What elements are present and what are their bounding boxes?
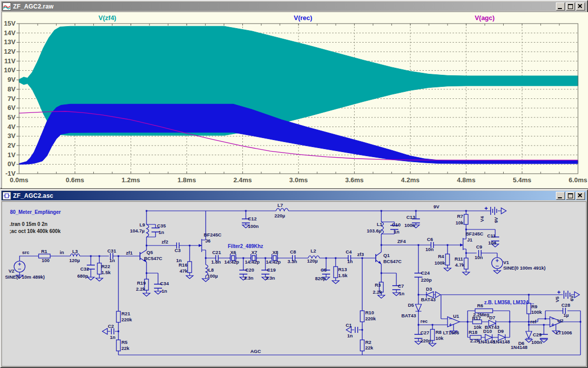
component-label: D7: [489, 315, 495, 320]
component-label: 100: [42, 258, 50, 263]
waveform-titlebar[interactable]: ZF_AGC2.raw: [2, 2, 586, 11]
component-label: R19: [137, 280, 145, 286]
x-tick-label: 4.2ms: [401, 176, 419, 184]
component-label: 9V: [493, 217, 499, 223]
y-tick-label: 11V: [5, 57, 16, 65]
component-label: BAT43: [401, 313, 416, 318]
component-label: 220p: [420, 338, 431, 343]
annotation: Filter2_489Khz: [228, 243, 263, 249]
maximize-button[interactable]: [566, 192, 575, 200]
component-label: R5: [121, 339, 128, 345]
component-label: C1: [346, 322, 352, 328]
component-label: 220k: [121, 317, 132, 322]
arrowheads: [143, 243, 463, 264]
component-label: R8: [435, 329, 442, 335]
component-label: BC547C: [383, 259, 402, 264]
y-tick-label: 9V: [8, 76, 16, 83]
waveform-window: ZF_AGC2.raw 15V14V13V12V11V10V9V8V7V6V5V…: [0, 0, 588, 189]
x-tick-label: 4.8ms: [457, 176, 476, 184]
maximize-button[interactable]: [566, 3, 575, 11]
wires: [20, 211, 580, 355]
component-label: 14.42p: [266, 259, 281, 265]
component-label: src: [22, 250, 29, 255]
component-label: C13: [406, 214, 415, 220]
trace-label[interactable]: V(agc): [475, 14, 495, 22]
schematic-labels: V2SINE(0 10m 489k)R1100L3120µC32680pR221…: [5, 202, 574, 354]
inductor-coils: [70, 208, 384, 276]
component-label: 120µ: [307, 258, 318, 264]
component-label: C21: [212, 250, 221, 255]
component-label: BF245C: [204, 232, 222, 237]
component-label: in: [60, 250, 64, 255]
schematic-svg[interactable]: V2SINE(0 10m 489k)R1100L3120µC32680pR221…: [2, 202, 588, 367]
component-label: 1n: [159, 229, 164, 235]
y-tick-label: 0V: [8, 160, 16, 168]
schematic-canvas[interactable]: V2SINE(0 10m 489k)R1100L3120µC32680pR221…: [2, 201, 586, 366]
component-label: C32: [80, 266, 89, 272]
component-label: 10k: [435, 335, 444, 341]
component-label: C12: [248, 216, 256, 221]
component-label: Q5: [146, 250, 153, 255]
component-label: 3.3n: [265, 275, 275, 281]
y-tick-label: 1V: [8, 151, 16, 159]
component-label: R18: [469, 329, 477, 335]
minimize-button[interactable]: [556, 3, 565, 11]
component-label: 10n: [475, 255, 483, 260]
y-tick-label: 15V: [4, 20, 16, 27]
x-tick-label: 1.2ms: [121, 176, 140, 184]
component-label: D5: [408, 302, 414, 308]
waveform-window-title: ZF_AGC2.raw: [13, 3, 556, 10]
component-label: V2: [9, 268, 15, 274]
schematic-titlebar[interactable]: ZF_AGC2.asc: [2, 191, 586, 200]
component-label: C9: [476, 244, 482, 250]
component-label: 14.42p: [245, 259, 260, 265]
component-label: 1.5k: [101, 270, 111, 275]
component-label: L7: [277, 202, 283, 208]
component-label: LT1006: [556, 330, 572, 335]
component-label: C31: [107, 248, 116, 254]
component-label: C5: [321, 267, 327, 273]
component-label: 104.7µ: [130, 228, 144, 233]
bjt-q1-leads: [376, 252, 381, 264]
y-tick-label: 7V: [8, 95, 16, 102]
component-label: 6V: [569, 295, 574, 301]
close-button[interactable]: [576, 3, 585, 11]
minimize-button[interactable]: [556, 192, 565, 200]
waveform-plot-svg[interactable]: 15V14V13V12V11V10V9V8V7V6V5V4V3V2V1V0V-1…: [2, 12, 588, 188]
close-button[interactable]: [576, 192, 585, 200]
annotation: z.B. LM358, LM324 ...: [484, 300, 534, 305]
component-label: 1.5k: [338, 273, 348, 278]
component-label: C20: [245, 267, 254, 273]
trace-label[interactable]: V(rec): [294, 14, 313, 22]
y-tick-label: 14V: [4, 29, 16, 37]
component-label: 103.6µ: [367, 228, 381, 233]
component-label: V5: [554, 296, 560, 302]
x-tick-label: 3.0ms: [289, 176, 308, 184]
trace-label[interactable]: V(zf4): [98, 14, 116, 22]
schematic-window: ZF_AGC2.asc: [0, 189, 588, 368]
component-label: zf2: [162, 239, 168, 244]
schematic-window-icon: [3, 192, 11, 200]
component-label: 100n: [248, 223, 259, 229]
component-label: BC547C: [144, 256, 163, 261]
component-label: 220µ: [274, 213, 285, 218]
component-label: 1N4148: [478, 339, 495, 344]
component-label: 47k: [180, 268, 188, 274]
component-label: R11: [455, 256, 464, 262]
component-label: 3.3n: [287, 259, 297, 264]
component-label: R3: [375, 282, 381, 288]
component-label: 2.2k: [373, 289, 382, 295]
x-tick-label: 5.4ms: [513, 176, 531, 184]
schematic-window-title: ZF_AGC2.asc: [13, 192, 556, 199]
component-label: SINE(0 10m 489k): [5, 274, 45, 280]
component-label: R21: [121, 311, 130, 316]
component-label: 680p: [77, 273, 88, 279]
x-tick-label: 6.0ms: [569, 176, 587, 184]
component-label: U2: [557, 318, 563, 323]
waveform-plot-area[interactable]: 15V14V13V12V11V10V9V8V7V6V5V4V3V2V1V0V-1…: [2, 12, 586, 187]
component-label: 100k: [531, 309, 542, 315]
component-label: 1n: [162, 288, 167, 294]
y-tick-label: 2V: [8, 142, 16, 149]
component-label: V1: [503, 260, 509, 265]
x-tick-label: 3.6ms: [345, 176, 364, 184]
